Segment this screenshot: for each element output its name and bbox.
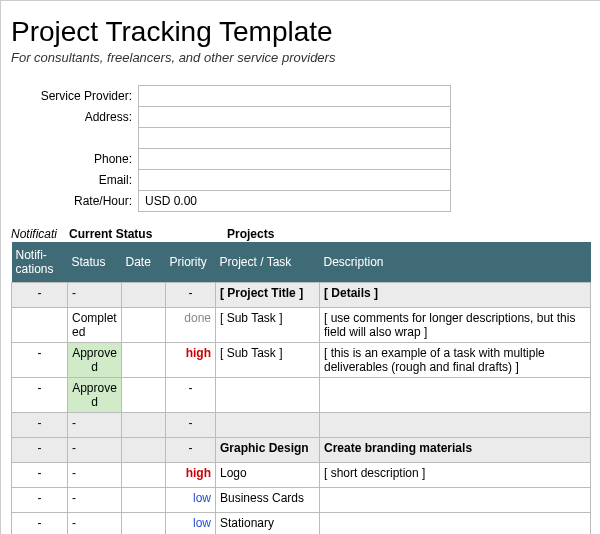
cell-status[interactable]: - [68,513,122,535]
col-task: Project / Task [216,242,320,283]
cell-priority[interactable]: - [166,438,216,463]
label-rate: Rate/Hour: [11,191,139,212]
cell-priority[interactable]: - [166,283,216,308]
cell-task[interactable]: Business Cards [216,488,320,513]
value-email[interactable] [139,170,451,191]
cell-task[interactable] [216,378,320,413]
cell-task[interactable] [216,413,320,438]
cell-description[interactable] [320,378,591,413]
col-priority: Priority [166,242,216,283]
cell-status[interactable]: - [68,438,122,463]
table-row: --lowStationary [12,513,591,535]
page-subtitle: For consultants, freelancers, and other … [11,50,591,65]
projects-grid: Notifi-cations Status Date Priority Proj… [11,242,591,534]
col-status: Status [68,242,122,283]
cell-date[interactable] [122,413,166,438]
provider-info-table: Service Provider: Address: Phone: Email:… [11,85,451,212]
cell-date[interactable] [122,308,166,343]
value-phone[interactable] [139,149,451,170]
cell-description[interactable]: [ Details ] [320,283,591,308]
label-provider: Service Provider: [11,86,139,107]
cell-notif[interactable]: - [12,438,68,463]
label-address: Address: [11,107,139,128]
cell-status[interactable]: Approved [68,378,122,413]
cell-notif[interactable]: - [12,488,68,513]
label-phone: Phone: [11,149,139,170]
section-notifications: Notificati [11,227,69,241]
cell-description[interactable]: Create branding materials [320,438,591,463]
table-row: --highLogo[ short description ] [12,463,591,488]
cell-description[interactable] [320,513,591,535]
cell-status[interactable]: Approved [68,343,122,378]
cell-date[interactable] [122,463,166,488]
table-row: ---[ Project Title ][ Details ] [12,283,591,308]
cell-task[interactable]: Logo [216,463,320,488]
cell-priority[interactable]: high [166,463,216,488]
cell-notif[interactable]: - [12,343,68,378]
label-address-blank [11,128,139,149]
cell-description[interactable] [320,413,591,438]
col-description: Description [320,242,591,283]
cell-notif[interactable]: - [12,413,68,438]
cell-priority[interactable]: high [166,343,216,378]
cell-status[interactable]: - [68,283,122,308]
cell-priority[interactable]: - [166,378,216,413]
cell-notif[interactable]: - [12,283,68,308]
cell-notif[interactable] [12,308,68,343]
table-row: -Approved- [12,378,591,413]
value-provider[interactable] [139,86,451,107]
cell-status[interactable]: Completed [68,308,122,343]
cell-task[interactable]: Graphic Design [216,438,320,463]
table-row: --lowBusiness Cards [12,488,591,513]
value-rate[interactable]: USD 0.00 [139,191,451,212]
cell-date[interactable] [122,513,166,535]
grid-header-row: Notifi-cations Status Date Priority Proj… [12,242,591,283]
cell-task[interactable]: [ Sub Task ] [216,343,320,378]
cell-date[interactable] [122,343,166,378]
value-address1[interactable] [139,107,451,128]
cell-priority[interactable]: done [166,308,216,343]
cell-description[interactable]: [ use comments for longer descriptions, … [320,308,591,343]
cell-notif[interactable]: - [12,378,68,413]
cell-task[interactable]: Stationary [216,513,320,535]
cell-description[interactable] [320,488,591,513]
section-projects: Projects [227,227,274,241]
cell-priority[interactable]: low [166,513,216,535]
page-title: Project Tracking Template [11,16,591,48]
cell-task[interactable]: [ Project Title ] [216,283,320,308]
col-notifications: Notifi-cations [12,242,68,283]
table-row: --- [12,413,591,438]
cell-description[interactable]: [ this is an example of a task with mult… [320,343,591,378]
cell-description[interactable]: [ short description ] [320,463,591,488]
cell-priority[interactable]: low [166,488,216,513]
value-address2[interactable] [139,128,451,149]
cell-date[interactable] [122,283,166,308]
cell-priority[interactable]: - [166,413,216,438]
cell-status[interactable]: - [68,463,122,488]
cell-date[interactable] [122,438,166,463]
table-row: Completeddone[ Sub Task ][ use comments … [12,308,591,343]
cell-date[interactable] [122,378,166,413]
cell-date[interactable] [122,488,166,513]
col-date: Date [122,242,166,283]
cell-notif[interactable]: - [12,463,68,488]
cell-notif[interactable]: - [12,513,68,535]
cell-status[interactable]: - [68,488,122,513]
cell-task[interactable]: [ Sub Task ] [216,308,320,343]
table-row: ---Graphic DesignCreate branding materia… [12,438,591,463]
section-status: Current Status [69,227,227,241]
label-email: Email: [11,170,139,191]
section-headers: Notificati Current Status Projects [11,227,591,242]
cell-status[interactable]: - [68,413,122,438]
table-row: -Approvedhigh[ Sub Task ][ this is an ex… [12,343,591,378]
